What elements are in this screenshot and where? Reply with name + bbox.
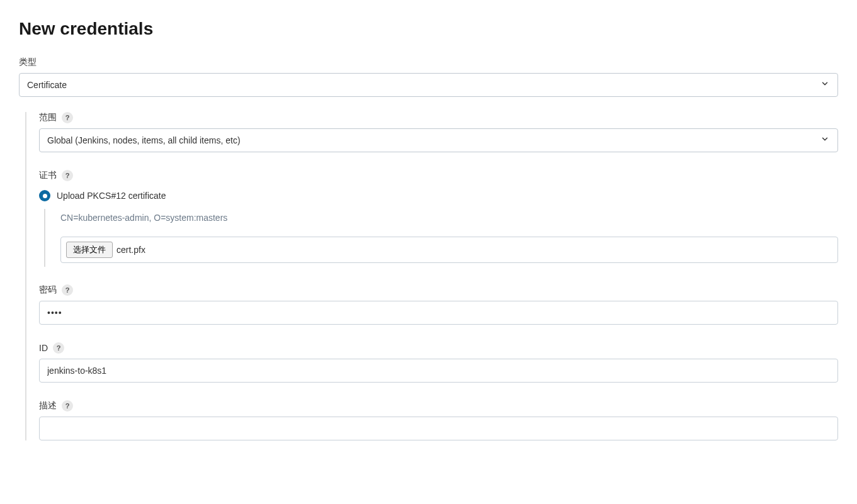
- file-input-row[interactable]: 选择文件 cert.pfx: [60, 237, 838, 263]
- password-input[interactable]: [39, 301, 838, 325]
- scope-group: 范围 ? Global (Jenkins, nodes, items, all …: [39, 112, 838, 152]
- description-label: 描述: [39, 400, 57, 412]
- password-label: 密码: [39, 284, 57, 296]
- radio-icon: [39, 190, 50, 201]
- type-label: 类型: [19, 57, 37, 68]
- certificate-subsection: CN=kubernetes-admin, O=system:masters 选择…: [44, 209, 838, 267]
- description-group: 描述 ?: [39, 400, 838, 440]
- file-name: cert.pfx: [116, 245, 145, 255]
- id-group: ID ?: [39, 342, 838, 383]
- certificate-group: 证书 ? Upload PKCS#12 certificate CN=kuber…: [39, 170, 838, 267]
- help-icon[interactable]: ?: [62, 170, 73, 181]
- help-icon[interactable]: ?: [62, 284, 73, 296]
- scope-label: 范围: [39, 112, 57, 123]
- choose-file-button[interactable]: 选择文件: [66, 242, 113, 258]
- certificate-label: 证书: [39, 170, 57, 181]
- password-group: 密码 ?: [39, 284, 838, 325]
- upload-pkcs12-label: Upload PKCS#12 certificate: [57, 191, 166, 201]
- upload-pkcs12-radio-row[interactable]: Upload PKCS#12 certificate: [39, 190, 838, 201]
- help-icon[interactable]: ?: [62, 400, 73, 412]
- description-input[interactable]: [39, 417, 838, 440]
- scope-select[interactable]: Global (Jenkins, nodes, items, all child…: [39, 128, 838, 152]
- page-title: New credentials: [19, 19, 838, 39]
- help-icon[interactable]: ?: [62, 112, 73, 123]
- indented-form-section: 范围 ? Global (Jenkins, nodes, items, all …: [25, 112, 838, 440]
- type-select[interactable]: Certificate: [19, 73, 838, 97]
- id-label: ID: [39, 343, 48, 353]
- id-input[interactable]: [39, 359, 838, 383]
- certificate-info: CN=kubernetes-admin, O=system:masters: [60, 213, 838, 223]
- help-icon[interactable]: ?: [53, 342, 64, 354]
- type-group: 类型 Certificate: [19, 57, 838, 97]
